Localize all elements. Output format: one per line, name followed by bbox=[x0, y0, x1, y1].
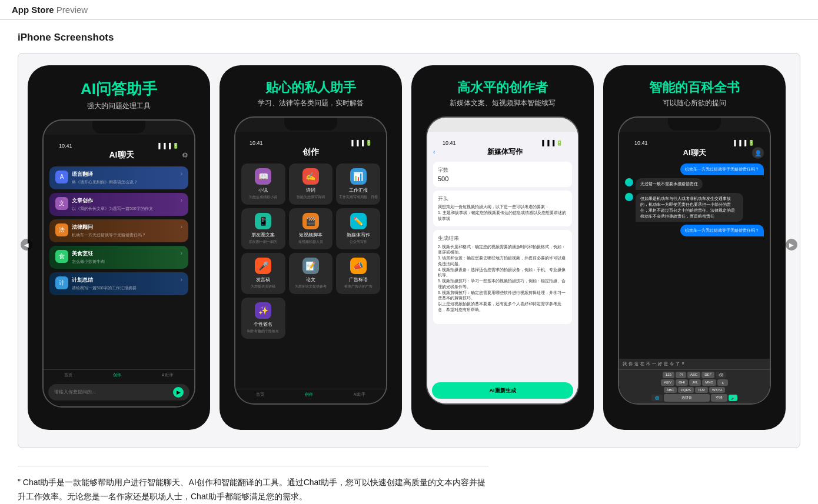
chat-label-0: 语言翻译 bbox=[72, 171, 177, 178]
grid-label-moments: 朋友圈文案 bbox=[244, 232, 283, 238]
grid-item-paper[interactable]: 📝 论文 为您的论文提供参考 bbox=[289, 253, 333, 294]
scroll-right-button[interactable]: ▶ bbox=[786, 239, 797, 251]
chat-item-3[interactable]: 食 美食烹饪 怎么做小炒黄牛肉 › bbox=[49, 246, 188, 269]
key-globe[interactable]: 🌐 bbox=[651, 395, 663, 401]
chat-ai-msg-1: 但如果是机动车与行人或者非机动车发生交通事故的，机动车一方即便无责任也要承担一小… bbox=[625, 193, 743, 222]
description-section: " Chat助手是一款能够帮助用户进行智能聊天、AI创作和智能翻译的工具。通过C… bbox=[18, 448, 488, 504]
phone4-card-subtitle: 可以随心所欲的提问 bbox=[613, 98, 776, 108]
key-WXYZ[interactable]: WXYZ bbox=[709, 387, 725, 393]
key-?1[interactable]: ·?! bbox=[676, 372, 686, 378]
chat-text-0: 语言翻译 将《请开心见到你》用英语怎么说？ bbox=[72, 171, 177, 185]
phone2-card-subtitle: 学习、法律等各类问题，实时解答 bbox=[229, 98, 393, 108]
chat-desc-1: 以《我的长长文章》为题写一篇500字的作文 bbox=[72, 206, 177, 212]
phone3-notch bbox=[476, 118, 529, 131]
chat-user-msg-0: 机动车一方无过错就等于无赔偿责任吗？ bbox=[680, 163, 764, 175]
key-ABC2[interactable]: ABC bbox=[664, 387, 677, 393]
chat-item-0[interactable]: A 语言翻译 将《请开心见到你》用英语怎么说？ › bbox=[49, 166, 188, 189]
phone2-tab-home[interactable]: 首页 bbox=[256, 392, 264, 398]
grid-item-video[interactable]: 🎬 短视频脚本 短视频拍摄人员 bbox=[289, 208, 333, 249]
grid-desc-moments: 朋友圈一刷一刷的 bbox=[244, 239, 283, 245]
phone4-app-header: AI聊天 👤 bbox=[625, 147, 764, 159]
ai-avatar-1 bbox=[625, 193, 633, 201]
key-hashV[interactable]: #@V bbox=[661, 379, 674, 386]
key-TUV[interactable]: TUV bbox=[695, 387, 708, 393]
grid-desc-poem: 智能为您撰写诗词 bbox=[291, 195, 331, 200]
key-backspace[interactable]: ⌫ bbox=[716, 372, 726, 378]
key-space[interactable]: 选拼音 bbox=[664, 394, 710, 402]
key-MNO[interactable]: MNO bbox=[702, 379, 716, 386]
grid-item-sig[interactable]: ✨ 个性签名 制作有趣的个性签名 bbox=[241, 298, 285, 339]
grid-desc-paper: 为您的论文提供参考 bbox=[291, 284, 331, 289]
key-caret[interactable]: ∧ bbox=[717, 379, 728, 386]
phone4-kbd-row-4: 🌐 选拼音 空格 🎤 bbox=[621, 394, 767, 402]
key-123[interactable]: 123 bbox=[663, 372, 674, 378]
phone3-status-bar: 10:41 ▐ ▐ ▐ 🔋 bbox=[433, 136, 572, 147]
phone1-screen: 10:41 ▐ ▐ ▐ 🔋 AI聊天 ⚙ A bbox=[44, 135, 194, 406]
chat-item-1[interactable]: 文 文章创作 以《我的长长文章》为题写一篇500字的作文 › bbox=[49, 193, 188, 216]
scroll-left-button[interactable]: ◀ bbox=[21, 239, 32, 251]
key-PQRS[interactable]: PQRS bbox=[678, 387, 694, 393]
chat-item-4[interactable]: 计 计划总结 请给我写一篇500字的工作汇报摘要 › bbox=[49, 272, 188, 295]
grid-label-speech: 发言稿 bbox=[244, 276, 283, 283]
phone3-gen-button[interactable]: AI重新生成 bbox=[432, 382, 573, 399]
phone2-tab-ai[interactable]: AI助手 bbox=[354, 392, 366, 398]
phone1-bottom-tabs: 首页 创作 AI助手 bbox=[44, 369, 194, 380]
grid-icon-video: 🎬 bbox=[302, 213, 319, 229]
grid-item-poem[interactable]: ✍️ 诗词 智能为您撰写诗词 bbox=[289, 163, 333, 205]
phone3-nav-header: ‹ 新媒体写作 bbox=[433, 147, 572, 157]
header-title: App Store Preview bbox=[12, 5, 88, 15]
phone3-time: 10:41 bbox=[443, 140, 456, 146]
chat-label-3: 美食烹饪 bbox=[72, 250, 177, 258]
phone4-mockup: 10:41 ▐ ▐ ▐ 🔋 AI聊天 👤 机动车一方无过错就等于无赔偿责任吗？ bbox=[618, 116, 771, 405]
phone4-keyboard-area: 我 你 这 在 不 — 好 是 今 了 bbox=[619, 359, 770, 403]
grid-desc-ad: 检测广告语的广告 bbox=[338, 284, 378, 289]
tab-home[interactable]: 首页 bbox=[64, 372, 72, 378]
grid-item-novel[interactable]: 📖 小说 为您生成精彩小说 bbox=[241, 163, 285, 205]
phone3-back-icon[interactable]: ‹ bbox=[433, 149, 435, 155]
key-ABC[interactable]: ABC bbox=[687, 372, 700, 378]
phone2-screen: 10:41 ▐ ▐ ▐ 🔋 创作 📖 小说 为您生成精彩小说 bbox=[235, 132, 386, 403]
phone3-card-title: 高水平的创作者 bbox=[421, 81, 584, 95]
phone1-time: 10:41 bbox=[59, 143, 72, 149]
key-mic[interactable]: 🎤 bbox=[729, 395, 737, 401]
phone3-field-value[interactable]: 500 bbox=[438, 175, 567, 182]
phone2-notch bbox=[284, 118, 337, 131]
grid-item-speech[interactable]: 🎤 发言稿 为您提供演讲稿 bbox=[241, 253, 285, 294]
phone1-card-subtitle: 强大的问题处理工具 bbox=[37, 101, 201, 111]
phone1-settings-icon[interactable]: ⚙ bbox=[182, 151, 188, 159]
key-GHI[interactable]: GHI bbox=[676, 379, 688, 386]
screenshots-scroll: AI问答助手 强大的问题处理工具 10:41 ▐ ▐ ▐ 🔋 bbox=[28, 65, 790, 436]
phone1-signal: ▐ ▐ ▐ 🔋 bbox=[157, 143, 179, 149]
phone2-header: 贴心的私人助手 学习、法律等各类问题，实时解答 bbox=[220, 65, 402, 116]
phone3-header: 高水平的创作者 新媒体文案、短视频脚本智能续写 bbox=[411, 65, 594, 116]
grid-icon-poem: ✍️ bbox=[302, 168, 319, 185]
phone1-card-title: AI问答助手 bbox=[37, 81, 201, 98]
grid-item-media[interactable]: ✏️ 新媒体写作 公众号写作 bbox=[336, 208, 380, 249]
phone2-status-bar: 10:41 ▐ ▐ ▐ 🔋 bbox=[240, 136, 381, 147]
grid-item-report[interactable]: 📊 工作汇报 工作完成写成周报、日报 bbox=[336, 163, 380, 205]
phone1-send-button[interactable]: ▶ bbox=[173, 387, 184, 398]
phone3-intro-text: 我想策划一份短视频拍摄大纲，以下是一些可以考虑的要素：1. 主题和故事线：确定您… bbox=[438, 204, 567, 221]
tab-ai[interactable]: AI助手 bbox=[162, 372, 174, 378]
phone1-app-name: AI聊天 bbox=[109, 150, 134, 161]
chat-ai-msg-0: 无过错一般不需要承担赔偿责任 bbox=[625, 178, 703, 190]
grid-desc-report: 工作完成写成周报、日报 bbox=[338, 195, 378, 200]
chat-arrow-2: › bbox=[181, 223, 182, 230]
key-JKL[interactable]: JKL bbox=[689, 379, 701, 386]
tab-create[interactable]: 创作 bbox=[113, 372, 121, 378]
phone3-result-label: 生成结果 bbox=[438, 235, 567, 242]
phone1-input-placeholder: 请输入你想提问的... bbox=[54, 389, 173, 395]
chat-desc-3: 怎么做小炒黄牛肉 bbox=[72, 259, 177, 265]
grid-item-ad[interactable]: 📣 广告标语 检测广告语的广告 bbox=[336, 253, 380, 294]
phone4-app-name: AI聊天 bbox=[683, 148, 706, 158]
phone2-signal: ▐ ▐ ▐ 🔋 bbox=[350, 140, 372, 146]
phone1-input-bar[interactable]: 请输入你想提问的... ▶ bbox=[48, 384, 189, 400]
phone2-tab-create[interactable]: 创作 bbox=[305, 392, 313, 398]
grid-item-moments[interactable]: 📱 朋友圈文案 朋友圈一刷一刷的 bbox=[241, 208, 285, 249]
phone2-app-name: 创作 bbox=[240, 147, 381, 158]
key-space2[interactable]: 空格 bbox=[711, 394, 727, 402]
chat-item-2[interactable]: 法 法律顾问 机动车一方无过错就等于无赔偿责任吗？ › bbox=[49, 219, 188, 242]
grid-label-media: 新媒体写作 bbox=[338, 232, 378, 238]
phone3-result-text: 2. 视频长度和格式：确定您的视频需要的播放时间和拍摄格式，例如：竖屏或横拍。3… bbox=[438, 244, 567, 313]
key-DEF[interactable]: DEF bbox=[701, 372, 714, 378]
